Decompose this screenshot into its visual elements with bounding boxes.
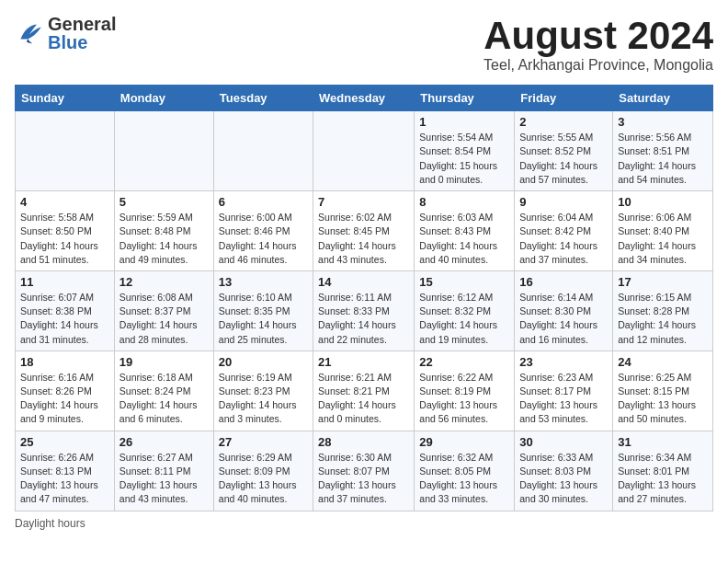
day-info: Sunrise: 6:10 AM Sunset: 8:35 PM Dayligh… — [219, 291, 308, 347]
day-number: 7 — [318, 195, 409, 209]
day-number: 8 — [419, 195, 509, 209]
day-number: 15 — [419, 275, 509, 289]
calendar-day-cell — [114, 111, 213, 191]
day-info: Sunrise: 6:25 AM Sunset: 8:15 PM Dayligh… — [618, 371, 708, 427]
day-info: Sunrise: 6:33 AM Sunset: 8:03 PM Dayligh… — [519, 451, 608, 507]
calendar-day-cell: 10Sunrise: 6:06 AM Sunset: 8:40 PM Dayli… — [613, 191, 713, 271]
calendar-day-cell: 26Sunrise: 6:27 AM Sunset: 8:11 PM Dayli… — [114, 431, 213, 511]
day-info: Sunrise: 5:55 AM Sunset: 8:52 PM Dayligh… — [519, 131, 608, 187]
calendar-week-row: 25Sunrise: 6:26 AM Sunset: 8:13 PM Dayli… — [16, 431, 713, 511]
day-number: 26 — [119, 435, 209, 449]
calendar-table: SundayMondayTuesdayWednesdayThursdayFrid… — [15, 85, 713, 511]
calendar-day-cell: 1Sunrise: 5:54 AM Sunset: 8:54 PM Daylig… — [415, 111, 515, 191]
day-number: 22 — [419, 355, 509, 369]
calendar-day-cell: 14Sunrise: 6:11 AM Sunset: 8:33 PM Dayli… — [313, 270, 415, 350]
calendar-week-row: 1Sunrise: 5:54 AM Sunset: 8:54 PM Daylig… — [16, 111, 713, 191]
calendar-day-header: Friday — [515, 86, 613, 111]
day-number: 31 — [618, 435, 708, 449]
calendar-day-cell: 29Sunrise: 6:32 AM Sunset: 8:05 PM Dayli… — [415, 431, 515, 511]
day-info: Sunrise: 6:34 AM Sunset: 8:01 PM Dayligh… — [618, 451, 708, 507]
day-info: Sunrise: 6:08 AM Sunset: 8:37 PM Dayligh… — [119, 291, 209, 347]
calendar-week-row: 4Sunrise: 5:58 AM Sunset: 8:50 PM Daylig… — [16, 191, 713, 271]
day-info: Sunrise: 6:04 AM Sunset: 8:42 PM Dayligh… — [519, 211, 608, 267]
day-info: Sunrise: 6:03 AM Sunset: 8:43 PM Dayligh… — [419, 211, 509, 267]
calendar-day-cell: 15Sunrise: 6:12 AM Sunset: 8:32 PM Dayli… — [415, 270, 515, 350]
calendar-day-cell: 31Sunrise: 6:34 AM Sunset: 8:01 PM Dayli… — [613, 431, 713, 511]
calendar-day-header: Wednesday — [313, 86, 415, 111]
day-number: 14 — [318, 275, 409, 289]
calendar-day-cell: 23Sunrise: 6:23 AM Sunset: 8:17 PM Dayli… — [515, 350, 613, 431]
day-number: 11 — [20, 275, 109, 289]
calendar-day-cell: 21Sunrise: 6:21 AM Sunset: 8:21 PM Dayli… — [313, 350, 415, 431]
day-number: 6 — [219, 195, 308, 209]
calendar-day-cell: 19Sunrise: 6:18 AM Sunset: 8:24 PM Dayli… — [114, 350, 213, 431]
calendar-day-cell: 4Sunrise: 5:58 AM Sunset: 8:50 PM Daylig… — [16, 191, 115, 271]
day-info: Sunrise: 6:18 AM Sunset: 8:24 PM Dayligh… — [119, 371, 209, 427]
calendar-day-cell: 12Sunrise: 6:08 AM Sunset: 8:37 PM Dayli… — [114, 270, 213, 350]
day-info: Sunrise: 6:11 AM Sunset: 8:33 PM Dayligh… — [318, 291, 409, 347]
day-info: Sunrise: 6:27 AM Sunset: 8:11 PM Dayligh… — [119, 451, 209, 507]
logo: General Blue — [15, 15, 116, 52]
day-info: Sunrise: 6:22 AM Sunset: 8:19 PM Dayligh… — [419, 371, 509, 427]
calendar-day-header: Monday — [114, 86, 213, 111]
day-number: 23 — [519, 355, 608, 369]
day-info: Sunrise: 6:26 AM Sunset: 8:13 PM Dayligh… — [20, 451, 109, 507]
day-info: Sunrise: 6:16 AM Sunset: 8:26 PM Dayligh… — [20, 371, 109, 427]
calendar-day-cell: 3Sunrise: 5:56 AM Sunset: 8:51 PM Daylig… — [613, 111, 713, 191]
day-info: Sunrise: 6:30 AM Sunset: 8:07 PM Dayligh… — [318, 451, 409, 507]
calendar-day-cell: 28Sunrise: 6:30 AM Sunset: 8:07 PM Dayli… — [313, 431, 415, 511]
day-info: Sunrise: 6:32 AM Sunset: 8:05 PM Dayligh… — [419, 451, 509, 507]
calendar-subtitle: Teel, Arkhangai Province, Mongolia — [483, 57, 713, 74]
logo-blue: Blue — [48, 33, 116, 52]
calendar-header-row: SundayMondayTuesdayWednesdayThursdayFrid… — [16, 86, 713, 111]
day-info: Sunrise: 6:19 AM Sunset: 8:23 PM Dayligh… — [219, 371, 308, 427]
day-number: 28 — [318, 435, 409, 449]
calendar-week-row: 18Sunrise: 6:16 AM Sunset: 8:26 PM Dayli… — [16, 350, 713, 431]
day-info: Sunrise: 6:06 AM Sunset: 8:40 PM Dayligh… — [618, 211, 708, 267]
calendar-day-cell: 18Sunrise: 6:16 AM Sunset: 8:26 PM Dayli… — [16, 350, 115, 431]
day-number: 25 — [20, 435, 109, 449]
calendar-day-header: Sunday — [16, 86, 115, 111]
calendar-day-cell: 30Sunrise: 6:33 AM Sunset: 8:03 PM Dayli… — [515, 431, 613, 511]
calendar-day-header: Saturday — [613, 86, 713, 111]
calendar-day-cell: 9Sunrise: 6:04 AM Sunset: 8:42 PM Daylig… — [515, 191, 613, 271]
day-number: 18 — [20, 355, 109, 369]
day-number: 9 — [519, 195, 608, 209]
day-number: 4 — [20, 195, 109, 209]
calendar-day-cell: 24Sunrise: 6:25 AM Sunset: 8:15 PM Dayli… — [613, 350, 713, 431]
logo-bird-icon — [15, 18, 44, 48]
day-info: Sunrise: 6:00 AM Sunset: 8:46 PM Dayligh… — [219, 211, 308, 267]
calendar-day-cell — [16, 111, 115, 191]
day-number: 10 — [618, 195, 708, 209]
day-number: 3 — [618, 115, 708, 129]
day-info: Sunrise: 6:07 AM Sunset: 8:38 PM Dayligh… — [20, 291, 109, 347]
calendar-day-cell: 11Sunrise: 6:07 AM Sunset: 8:38 PM Dayli… — [16, 270, 115, 350]
calendar-day-header: Tuesday — [213, 86, 313, 111]
calendar-day-cell: 17Sunrise: 6:15 AM Sunset: 8:28 PM Dayli… — [613, 270, 713, 350]
calendar-day-cell — [313, 111, 415, 191]
calendar-day-cell: 5Sunrise: 5:59 AM Sunset: 8:48 PM Daylig… — [114, 191, 213, 271]
calendar-day-cell: 6Sunrise: 6:00 AM Sunset: 8:46 PM Daylig… — [213, 191, 313, 271]
calendar-day-cell: 20Sunrise: 6:19 AM Sunset: 8:23 PM Dayli… — [213, 350, 313, 431]
logo-text: General Blue — [48, 15, 116, 52]
daylight-hours-label: Daylight hours — [15, 517, 85, 530]
calendar-day-header: Thursday — [415, 86, 515, 111]
day-number: 21 — [318, 355, 409, 369]
day-info: Sunrise: 5:59 AM Sunset: 8:48 PM Dayligh… — [119, 211, 209, 267]
calendar-day-cell: 2Sunrise: 5:55 AM Sunset: 8:52 PM Daylig… — [515, 111, 613, 191]
day-info: Sunrise: 6:23 AM Sunset: 8:17 PM Dayligh… — [519, 371, 608, 427]
calendar-day-cell: 13Sunrise: 6:10 AM Sunset: 8:35 PM Dayli… — [213, 270, 313, 350]
calendar-day-cell: 7Sunrise: 6:02 AM Sunset: 8:45 PM Daylig… — [313, 191, 415, 271]
footer-note: Daylight hours — [15, 517, 713, 530]
day-number: 27 — [219, 435, 308, 449]
calendar-week-row: 11Sunrise: 6:07 AM Sunset: 8:38 PM Dayli… — [16, 270, 713, 350]
day-number: 17 — [618, 275, 708, 289]
day-number: 29 — [419, 435, 509, 449]
title-area: August 2024 Teel, Arkhangai Province, Mo… — [483, 15, 713, 74]
calendar-title: August 2024 — [483, 15, 713, 57]
day-info: Sunrise: 6:02 AM Sunset: 8:45 PM Dayligh… — [318, 211, 409, 267]
day-info: Sunrise: 5:54 AM Sunset: 8:54 PM Dayligh… — [419, 131, 509, 187]
page-header: General Blue August 2024 Teel, Arkhangai… — [15, 15, 713, 74]
day-number: 16 — [519, 275, 608, 289]
day-info: Sunrise: 6:14 AM Sunset: 8:30 PM Dayligh… — [519, 291, 608, 347]
